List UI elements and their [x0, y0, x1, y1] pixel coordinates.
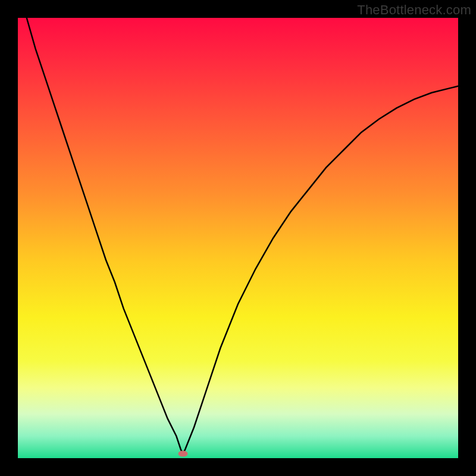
- chart-frame: TheBottleneck.com: [0, 0, 476, 476]
- plot-area: [18, 18, 458, 458]
- curve-line: [27, 18, 458, 454]
- min-point-marker: [178, 451, 188, 457]
- curve-layer: [18, 18, 458, 458]
- watermark-text: TheBottleneck.com: [357, 2, 471, 18]
